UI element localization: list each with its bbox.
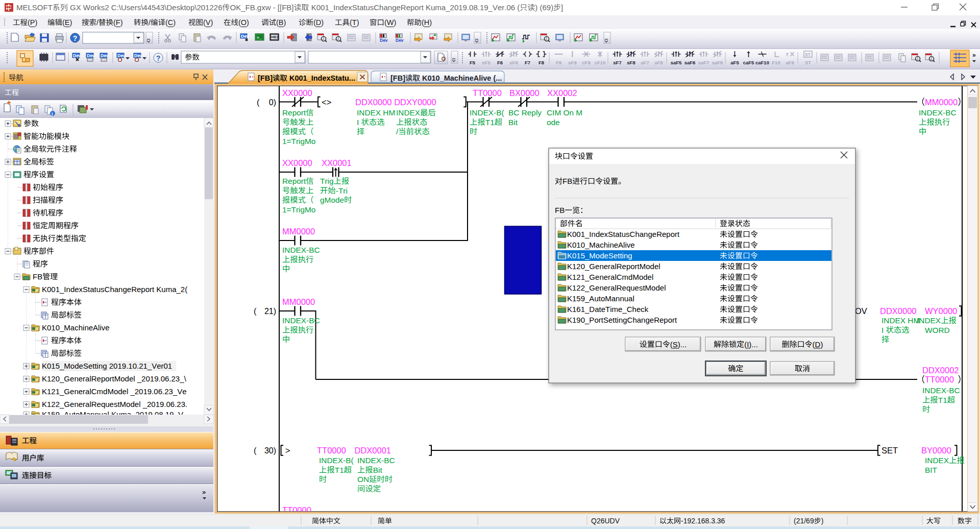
svg-text:K161_DateTime_Check: K161_DateTime_Check <box>567 305 649 314</box>
svg-text:INDEX: INDEX <box>917 316 941 325</box>
svg-text:WY0000: WY0000 <box>925 306 957 316</box>
svg-text:TT0000: TT0000 <box>473 88 502 98</box>
svg-text:F5: F5 <box>470 60 476 65</box>
svg-text:gMode: gMode <box>320 196 344 204</box>
svg-text:INDEX-B(: INDEX-B( <box>319 456 354 465</box>
svg-text:Bit: Bit <box>508 118 518 127</box>
svg-text:Dev: Dev <box>396 38 404 43</box>
svg-text:1=TrigMo: 1=TrigMo <box>282 137 315 146</box>
svg-text:XX0001: XX0001 <box>322 158 352 167</box>
svg-text:K001_IndexStatu...: K001_IndexStatu... <box>289 74 355 82</box>
svg-text:(C): (C) <box>165 18 176 27</box>
svg-text:(T): (T) <box>350 18 359 27</box>
svg-text:aF8: aF8 <box>654 60 663 65</box>
svg-text:F8: F8 <box>538 60 544 65</box>
svg-text:MM0000: MM0000 <box>282 227 315 236</box>
svg-text:F9: F9 <box>556 60 561 65</box>
svg-text:INDEX: INDEX <box>925 456 949 465</box>
svg-text:MELSOFT: MELSOFT <box>16 3 53 12</box>
svg-text:): ) <box>821 517 824 525</box>
svg-text:(B): (B) <box>276 18 286 27</box>
svg-text:K120_GeneralReportModel _2019.: K120_GeneralReportModel _2019.06.23_\ <box>42 374 187 383</box>
svg-text:FB: FB <box>33 272 42 281</box>
svg-text:(W): (W) <box>384 18 396 27</box>
svg-text:T: T <box>786 52 789 57</box>
svg-text:TT0000: TT0000 <box>317 446 346 455</box>
svg-text:-192.168.3.36: -192.168.3.36 <box>681 517 725 525</box>
svg-text:(: ( <box>257 98 260 107</box>
svg-text:K120_GeneralReportModel: K120_GeneralReportModel <box>567 262 660 271</box>
svg-text:K010_MachineAlive: K010_MachineAlive <box>42 323 110 332</box>
svg-text:F10: F10 <box>772 60 780 65</box>
svg-text:(: ( <box>254 307 257 316</box>
svg-text:HEX: HEX <box>272 35 279 39</box>
svg-text:saF6: saF6 <box>684 60 696 65</box>
svg-text:XX0000: XX0000 <box>282 158 312 167</box>
svg-text:ST: ST <box>805 52 811 57</box>
svg-text:MM0000: MM0000 <box>925 98 958 107</box>
svg-text:sF7: sF7 <box>613 60 621 65</box>
svg-text:/: / <box>396 127 399 136</box>
svg-text:K010_MachineAlive: K010_MachineAlive <box>567 241 635 249</box>
svg-text:]: ] <box>561 3 563 12</box>
svg-text:(D): (D) <box>313 18 324 27</box>
svg-text:caF10: caF10 <box>755 60 769 65</box>
svg-text:caF5: caF5 <box>743 60 754 65</box>
svg-text:ode: ode <box>547 118 560 127</box>
svg-text:(D): (D) <box>813 340 823 349</box>
svg-text:>: > <box>285 446 290 455</box>
svg-text:Dev: Dev <box>134 53 142 58</box>
svg-text:K015_ModeSetting: K015_ModeSetting <box>567 251 632 260</box>
svg-text:sF8: sF8 <box>627 60 635 65</box>
svg-text:aF7: aF7 <box>641 60 649 65</box>
svg-text:Dev: Dev <box>87 53 95 58</box>
svg-text:aF9: aF9 <box>786 60 794 65</box>
svg-text:INDEX-BC: INDEX-BC <box>922 386 960 395</box>
svg-text:DDX0000 DDXY0000: DDX0000 DDXY0000 <box>355 98 436 107</box>
svg-text:i: i <box>52 111 53 116</box>
svg-text:DDX0002: DDX0002 <box>922 366 959 375</box>
svg-text:cF9: cF9 <box>582 60 590 65</box>
svg-text:»: » <box>202 488 206 496</box>
svg-text:ON: ON <box>357 475 369 484</box>
svg-text:BY0000: BY0000 <box>921 446 951 455</box>
svg-text:Q26UDV: Q26UDV <box>591 517 620 525</box>
svg-text:GX Works2 C:\Users\44543\Deskt: GX Works2 C:\Users\44543\Desktop\201226 <box>70 3 222 12</box>
svg-text:Dev: Dev <box>241 34 249 39</box>
svg-text:I: I <box>357 118 359 127</box>
svg-text:(: ( <box>254 446 257 455</box>
svg-text:FB: FB <box>562 177 572 185</box>
svg-text:T1: T1 <box>335 466 344 474</box>
svg-text:saF5: saF5 <box>671 60 682 65</box>
svg-text:[FB]: [FB] <box>390 74 405 82</box>
svg-text:INDEX-BC: INDEX-BC <box>282 316 320 325</box>
svg-text:saF7: saF7 <box>698 60 709 65</box>
svg-text:1=TrigMo: 1=TrigMo <box>282 205 315 214</box>
svg-text:OK_FB.gxw - [[FB]: OK_FB.gxw - [[FB] <box>230 3 294 12</box>
svg-text:BX0000: BX0000 <box>509 88 540 98</box>
svg-text:FB: FB <box>555 206 565 214</box>
svg-text:K001_IndexStatusChangeReport: K001_IndexStatusChangeReport <box>567 230 680 238</box>
svg-text:Dev: Dev <box>73 53 81 58</box>
svg-text:?: ? <box>73 34 78 42</box>
svg-text:K121_GeneralCmdModel: K121_GeneralCmdModel <box>567 273 653 281</box>
svg-text:Trig: Trig <box>320 177 334 185</box>
svg-text:K001_IndexStatusChangeReport K: K001_IndexStatusChangeReport Kuma_2019.0… <box>311 3 520 12</box>
svg-text:0): 0) <box>269 98 276 107</box>
svg-text:K121_GeneralCmdModel _2019.06.: K121_GeneralCmdModel _2019.06.23_Ve <box>42 387 187 396</box>
svg-text:WORD: WORD <box>925 326 950 334</box>
svg-text:21): 21) <box>264 307 276 316</box>
svg-text:INDEX-BC: INDEX-BC <box>919 108 957 117</box>
svg-text:»: » <box>972 52 976 59</box>
svg-text:(O): (O) <box>238 18 249 27</box>
svg-text:saF8: saF8 <box>712 60 723 65</box>
svg-text:I: I <box>881 326 884 334</box>
svg-text:Report: Report <box>282 108 306 117</box>
svg-text:sF9: sF9 <box>568 60 576 65</box>
svg-text:) (69): ) (69) <box>535 3 553 12</box>
svg-text:K122_GeneralRequestModel _2019: K122_GeneralRequestModel _2019.06.23. <box>42 400 187 408</box>
svg-text:DDX0000: DDX0000 <box>880 306 917 316</box>
svg-text:K159_AutoMannual: K159_AutoMannual <box>567 294 634 303</box>
svg-text:Bit: Bit <box>373 466 383 474</box>
svg-text:sF6: sF6 <box>509 60 518 65</box>
